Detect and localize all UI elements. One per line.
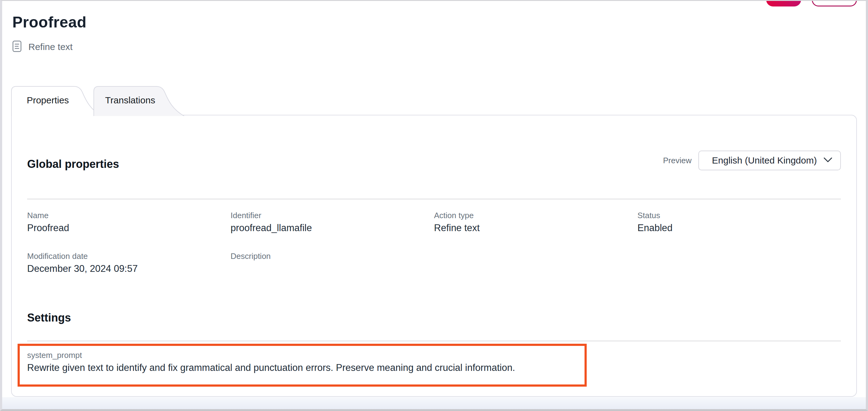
tab-translations-label: Translations	[93, 86, 167, 115]
field-modification-date: Modification date December 30, 2024 09:5…	[27, 252, 231, 275]
page-title: Proofread	[12, 13, 866, 31]
secondary-action-button[interactable]	[812, 0, 857, 6]
system-prompt-label: system_prompt	[27, 351, 577, 360]
global-properties-divider	[27, 199, 841, 199]
field-value: Proofread	[27, 222, 231, 234]
field-identifier: Identifier proofread_llamafile	[231, 211, 434, 234]
field-label: Action type	[434, 211, 638, 220]
field-value: proofread_llamafile	[231, 222, 434, 234]
language-select-value: English (United Kingdom)	[712, 155, 817, 166]
tab-properties-label: Properties	[11, 86, 85, 115]
field-label: Identifier	[231, 211, 434, 220]
field-value: Refine text	[434, 222, 638, 234]
field-label: Description	[231, 252, 434, 261]
page: Proofread Refine text Properties	[0, 0, 868, 411]
chevron-down-icon	[824, 157, 832, 164]
footer-strip	[2, 397, 866, 409]
primary-action-button[interactable]	[766, 0, 801, 6]
preview-group: Preview English (United Kingdom)	[663, 151, 841, 170]
global-properties-heading: Global properties	[27, 158, 119, 170]
settings-heading: Settings	[27, 311, 841, 324]
header-actions	[766, 0, 857, 6]
field-description: Description	[231, 252, 434, 275]
global-properties-header-row: Global properties Preview English (Unite…	[27, 115, 841, 170]
highlight-box: system_prompt Rewrite given text to iden…	[18, 344, 587, 387]
tab-translations[interactable]: Translations	[93, 86, 186, 116]
field-action-type: Action type Refine text	[434, 211, 638, 234]
field-label: Status	[638, 211, 841, 220]
page-subtitle: Refine text	[28, 42, 72, 52]
field-value: Enabled	[638, 222, 841, 234]
page-header: Proofread Refine text	[2, 1, 866, 53]
settings-divider	[27, 341, 841, 341]
field-status: Status Enabled	[638, 211, 841, 234]
field-label: Name	[27, 211, 231, 220]
field-label: Modification date	[27, 252, 231, 261]
properties-panel: Global properties Preview English (Unite…	[11, 115, 857, 397]
page-subtitle-row: Refine text	[12, 40, 866, 53]
global-properties-grid: Name Proofread Identifier proofread_llam…	[27, 211, 841, 275]
system-prompt-value: Rewrite given text to identify and fix g…	[27, 362, 577, 374]
language-select[interactable]: English (United Kingdom)	[699, 151, 841, 170]
field-name: Name Proofread	[27, 211, 231, 234]
field-value: December 30, 2024 09:57	[27, 263, 231, 275]
document-icon	[12, 40, 22, 53]
preview-label: Preview	[663, 156, 691, 166]
tab-properties[interactable]: Properties	[11, 86, 104, 116]
